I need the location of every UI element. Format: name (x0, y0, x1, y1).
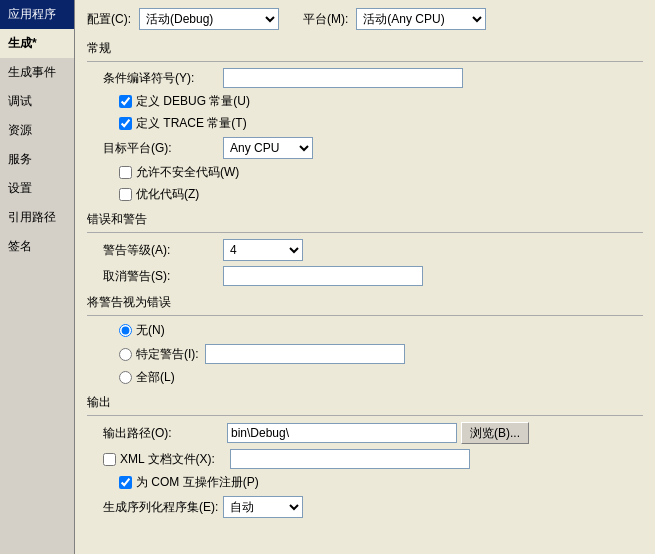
com-interop-label: 为 COM 互操作注册(P) (136, 474, 259, 491)
errors-section-title: 错误和警告 (87, 211, 643, 228)
treat-none-label: 无(N) (136, 322, 165, 339)
sidebar-item-app[interactable]: 应用程序 (0, 0, 74, 29)
serial-row: 生成序列化程序集(E): 自动 (87, 496, 643, 518)
output-path-label: 输出路径(O): (103, 425, 223, 442)
define-debug-label: 定义 DEBUG 常量(U) (136, 93, 250, 110)
warning-level-row: 警告等级(A): 4 (87, 239, 643, 261)
treat-none-radio[interactable] (119, 324, 132, 337)
config-select[interactable]: 活动(Debug) (139, 8, 279, 30)
treat-specific-label: 特定警告(I): (136, 346, 199, 363)
target-platform-select[interactable]: Any CPU (223, 137, 313, 159)
header-row: 配置(C): 活动(Debug) 平台(M): 活动(Any CPU) (87, 8, 643, 30)
optimize-checkbox[interactable] (119, 188, 132, 201)
optimize-label: 优化代码(Z) (136, 186, 199, 203)
serial-label: 生成序列化程序集(E): (103, 499, 223, 516)
xml-docs-input[interactable] (230, 449, 470, 469)
general-divider (87, 61, 643, 62)
allow-unsafe-checkbox[interactable] (119, 166, 132, 179)
target-platform-label: 目标平台(G): (103, 140, 223, 157)
sidebar-item-debug[interactable]: 调试 (0, 87, 74, 116)
optimize-row: 优化代码(Z) (87, 186, 643, 203)
output-divider (87, 415, 643, 416)
sidebar-item-build-events[interactable]: 生成事件 (0, 58, 74, 87)
warning-level-select[interactable]: 4 (223, 239, 303, 261)
content-area: 配置(C): 活动(Debug) 平台(M): 活动(Any CPU) 常规 条… (75, 0, 655, 554)
allow-unsafe-row: 允许不安全代码(W) (87, 164, 643, 181)
suppress-warnings-input[interactable] (223, 266, 423, 286)
sidebar-item-build[interactable]: 生成* (0, 29, 74, 58)
sidebar-item-ref-paths[interactable]: 引用路径 (0, 203, 74, 232)
treat-specific-row: 特定警告(I): (87, 344, 643, 364)
platform-select[interactable]: 活动(Any CPU) (356, 8, 486, 30)
output-path-row: 输出路径(O): 浏览(B)... (87, 422, 643, 444)
define-trace-checkbox[interactable] (119, 117, 132, 130)
treat-all-radio[interactable] (119, 371, 132, 384)
define-debug-row: 定义 DEBUG 常量(U) (87, 93, 643, 110)
platform-label: 平台(M): (303, 11, 348, 28)
conditional-input[interactable] (223, 68, 463, 88)
treat-all-label: 全部(L) (136, 369, 175, 386)
sidebar-item-sign[interactable]: 签名 (0, 232, 74, 261)
suppress-warnings-label: 取消警告(S): (103, 268, 223, 285)
output-section-title: 输出 (87, 394, 643, 411)
treat-specific-input[interactable] (205, 344, 405, 364)
target-platform-row: 目标平台(G): Any CPU (87, 137, 643, 159)
treat-warnings-section-title: 将警告视为错误 (87, 294, 643, 311)
treat-warnings-divider (87, 315, 643, 316)
treat-all-row: 全部(L) (87, 369, 643, 386)
com-interop-checkbox[interactable] (119, 476, 132, 489)
xml-docs-label: XML 文档文件(X): (120, 451, 230, 468)
browse-button[interactable]: 浏览(B)... (461, 422, 529, 444)
treat-none-row: 无(N) (87, 322, 643, 339)
sidebar: 应用程序 生成* 生成事件 调试 资源 服务 设置 引用路径 签名 (0, 0, 75, 554)
conditional-row: 条件编译符号(Y): (87, 68, 643, 88)
general-section-title: 常规 (87, 40, 643, 57)
serial-select[interactable]: 自动 (223, 496, 303, 518)
conditional-label: 条件编译符号(Y): (103, 70, 223, 87)
sidebar-item-services[interactable]: 服务 (0, 145, 74, 174)
suppress-warnings-row: 取消警告(S): (87, 266, 643, 286)
sidebar-item-resources[interactable]: 资源 (0, 116, 74, 145)
output-path-input[interactable] (227, 423, 457, 443)
com-interop-row: 为 COM 互操作注册(P) (87, 474, 643, 491)
config-label: 配置(C): (87, 11, 131, 28)
xml-docs-checkbox[interactable] (103, 453, 116, 466)
define-debug-checkbox[interactable] (119, 95, 132, 108)
errors-divider (87, 232, 643, 233)
allow-unsafe-label: 允许不安全代码(W) (136, 164, 239, 181)
xml-docs-row: XML 文档文件(X): (87, 449, 643, 469)
define-trace-label: 定义 TRACE 常量(T) (136, 115, 247, 132)
warning-level-label: 警告等级(A): (103, 242, 223, 259)
sidebar-item-settings[interactable]: 设置 (0, 174, 74, 203)
define-trace-row: 定义 TRACE 常量(T) (87, 115, 643, 132)
treat-specific-radio[interactable] (119, 348, 132, 361)
